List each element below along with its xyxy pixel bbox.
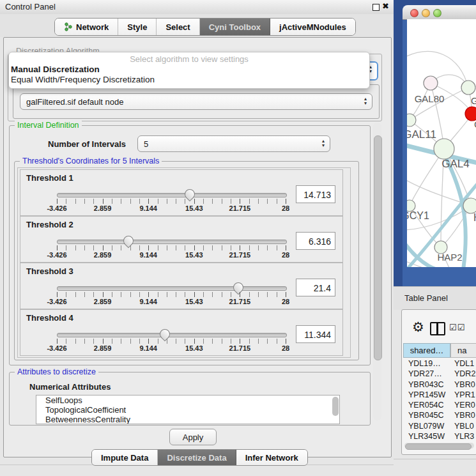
threshold-3-value-field[interactable]: 21.4 bbox=[296, 279, 335, 296]
slider-ticks bbox=[57, 339, 286, 344]
threshold-2-value-field[interactable]: 6.316 bbox=[296, 232, 335, 250]
table-panel-header: Table Panel bbox=[394, 286, 476, 310]
gear-icon[interactable]: ⚙ bbox=[412, 320, 424, 334]
table-row[interactable]: YBR043CYBR0 bbox=[403, 380, 476, 390]
algorithm-option-manual[interactable]: Manual Discretization bbox=[11, 65, 100, 74]
top-tab-bar: Network Style Select Cyni Toolbox jActiv… bbox=[0, 14, 394, 37]
minimize-traffic-light-icon[interactable] bbox=[422, 9, 430, 17]
tab-discretize-data[interactable]: Discretize Data bbox=[158, 450, 236, 465]
table-row[interactable]: YBR045CYBR0 bbox=[403, 410, 476, 420]
numerical-attributes-list[interactable]: SelfLoops TopologicalCoefficient Between… bbox=[36, 395, 340, 424]
column-header-shared[interactable]: shared… bbox=[403, 343, 450, 358]
threshold-3-slider[interactable] bbox=[57, 286, 287, 291]
tab-impute-data[interactable]: Impute Data bbox=[92, 450, 158, 465]
tab-style[interactable]: Style bbox=[118, 19, 157, 35]
table-data-group: Table Data galFiltered.sif default node … bbox=[13, 84, 380, 119]
table-row[interactable]: YLR345WYLR3 bbox=[403, 431, 476, 441]
tab-group: Network Style Select Cyni Toolbox jActiv… bbox=[54, 18, 356, 36]
slider-ticks bbox=[57, 292, 286, 297]
network-icon bbox=[64, 22, 73, 31]
table-row[interactable]: YER054CYER0 bbox=[403, 400, 476, 410]
slider-tick-labels: -3.4262.859 9.14415.43 21.71528 bbox=[57, 298, 286, 305]
close-traffic-light-icon[interactable] bbox=[410, 9, 418, 17]
threshold-2-slider[interactable] bbox=[57, 240, 287, 244]
table-row[interactable]: YDL19…YDL1 bbox=[403, 358, 476, 369]
slider-ticks bbox=[57, 199, 286, 204]
node-gal80[interactable] bbox=[424, 76, 438, 90]
network-canvas[interactable]: GAL80 GA C GAL11 GAL4 GCY1 H HAP2 bbox=[407, 19, 476, 267]
table-data-select[interactable]: galFiltered.sif default node ▴▾ bbox=[20, 93, 372, 110]
algorithm-dropdown-hint: Select algorithm to view settings bbox=[9, 54, 369, 64]
node-h[interactable] bbox=[463, 198, 476, 213]
svg-text:GAL80: GAL80 bbox=[415, 93, 445, 104]
list-scrollbar-thumb[interactable] bbox=[332, 397, 339, 416]
tab-jactivemnodules[interactable]: jActiveMNodules bbox=[270, 19, 355, 35]
list-item[interactable]: TopologicalCoefficient bbox=[36, 405, 339, 415]
table-horizontal-scrollbar-thumb[interactable] bbox=[405, 443, 472, 450]
threshold-4-value-field[interactable]: 11.344 bbox=[296, 325, 335, 343]
column-header-name[interactable]: na bbox=[450, 343, 476, 358]
zoom-traffic-light-icon[interactable] bbox=[433, 9, 441, 17]
network-window-titlebar bbox=[403, 5, 476, 20]
threshold-1-value-field[interactable]: 14.713 bbox=[296, 185, 335, 203]
tab-infer-network[interactable]: Infer Network bbox=[236, 450, 307, 465]
threshold-1-panel: Threshold 1 -3.4262.859 9.14415.43 21.71… bbox=[20, 169, 343, 216]
table-header-row: shared… na bbox=[403, 343, 476, 358]
table-row[interactable]: YPR145WYPR1 bbox=[403, 390, 476, 400]
number-of-intervals-select[interactable]: 5 ▴▾ bbox=[137, 135, 330, 152]
threshold-3-panel: Threshold 3 -3.4262.859 9.14415.43 21.71… bbox=[20, 263, 343, 309]
table-data-value: galFiltered.sif default node bbox=[26, 97, 123, 107]
algorithm-dropdown-popup: Select algorithm to view settings Manual… bbox=[8, 52, 370, 89]
table-row[interactable]: YBL079WYBL0 bbox=[403, 421, 476, 431]
spinner-icon: ▴▾ bbox=[322, 139, 325, 148]
node-top-right[interactable] bbox=[461, 81, 475, 95]
threshold-4-slider[interactable] bbox=[57, 333, 287, 337]
svg-text:HAP2: HAP2 bbox=[437, 252, 462, 263]
interval-definition-group-title: Interval Definition bbox=[15, 121, 82, 130]
svg-text:GAL11: GAL11 bbox=[407, 128, 436, 141]
columns-icon[interactable] bbox=[430, 322, 445, 335]
apply-button[interactable]: Apply bbox=[169, 429, 217, 445]
algorithm-option-equal-width[interactable]: Equal Width/Frequency Discretization bbox=[11, 75, 155, 84]
right-panel-bottom-edge bbox=[394, 459, 476, 459]
node-gal4[interactable] bbox=[434, 139, 454, 159]
svg-text:GCY1: GCY1 bbox=[407, 210, 429, 221]
number-of-intervals-label: Number of Intervals bbox=[48, 139, 126, 149]
slider-tick-labels: -3.4262.859 9.14415.43 21.71528 bbox=[57, 251, 286, 259]
svg-text:GAL4: GAL4 bbox=[441, 158, 469, 170]
tab-network-label: Network bbox=[76, 22, 109, 32]
bottom-tab-group: Impute Data Discretize Data Infer Networ… bbox=[91, 449, 308, 466]
checkbox-icons[interactable]: ☑☑ bbox=[449, 323, 465, 332]
tab-select[interactable]: Select bbox=[157, 19, 199, 35]
table-body: YDL19…YDL1 YDR27…YDR2 YBR043CYBR0 YPR145… bbox=[403, 358, 476, 452]
svg-text:GA: GA bbox=[471, 95, 476, 106]
list-item[interactable]: BetweennessCentrality bbox=[36, 415, 339, 424]
panel-vertical-scrollbar-thumb[interactable] bbox=[374, 135, 382, 360]
table-row[interactable]: YDR27…YDR2 bbox=[403, 369, 476, 379]
spinner-icon: ▴▾ bbox=[364, 96, 367, 105]
panel-vertical-scrollbar[interactable] bbox=[373, 123, 381, 420]
table-horizontal-scrollbar[interactable] bbox=[404, 443, 474, 449]
table-panel: ⚙ ☑☑ shared… na YDL19…YDL1 YDR27…YDR2 YB… bbox=[401, 309, 476, 455]
slider-tick-labels: -3.4262.859 9.14415.43 21.71528 bbox=[57, 344, 286, 352]
threshold-4-panel: Threshold 4 -3.4262.859 9.14415.43 21.71… bbox=[20, 309, 343, 356]
window-title: Control Panel bbox=[5, 2, 56, 12]
slider-ticks bbox=[57, 245, 286, 250]
svg-text:H: H bbox=[473, 212, 476, 223]
close-icon[interactable]: ✖ bbox=[382, 1, 389, 11]
threshold-2-panel: Threshold 2 -3.4262.859 9.14415.43 21.71… bbox=[20, 216, 343, 263]
float-window-icon[interactable] bbox=[372, 4, 380, 11]
tab-network[interactable]: Network bbox=[55, 19, 118, 35]
thresholds-group-title: Threshold's Coordinates for 5 Intervals bbox=[20, 157, 162, 165]
threshold-1-slider[interactable] bbox=[57, 193, 287, 197]
attributes-group-title: Attributes to discretize bbox=[15, 367, 98, 376]
table-panel-title: Table Panel bbox=[404, 293, 448, 303]
numerical-attributes-label: Numerical Attributes bbox=[29, 382, 111, 392]
list-item[interactable]: SelfLoops bbox=[36, 395, 339, 405]
node-gal11[interactable] bbox=[407, 114, 416, 127]
slider-tick-labels: -3.4262.859 9.14415.43 21.71528 bbox=[57, 204, 286, 212]
control-panel-titlebar: Control Panel ✖ bbox=[0, 0, 394, 15]
tab-cyni-toolbox[interactable]: Cyni Toolbox bbox=[200, 19, 270, 35]
